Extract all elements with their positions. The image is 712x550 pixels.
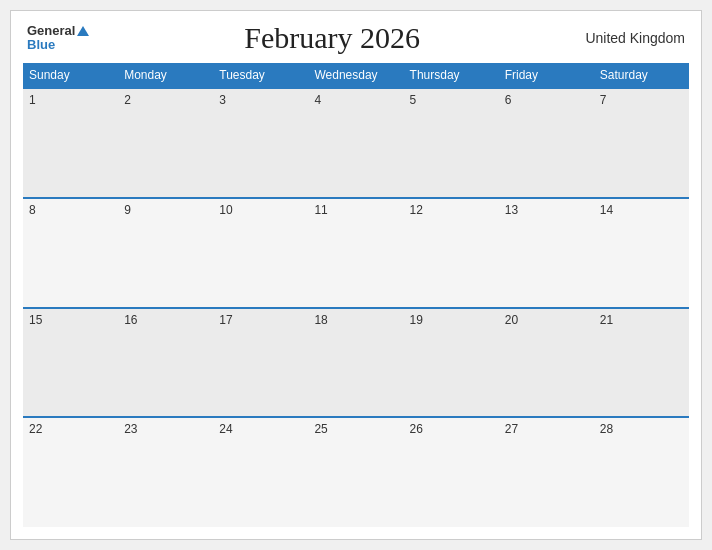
day-number: 16 [124, 313, 137, 327]
day-number: 10 [219, 203, 232, 217]
day-number: 3 [219, 93, 226, 107]
day-number: 14 [600, 203, 613, 217]
header-wednesday: Wednesday [308, 63, 403, 88]
calendar-day-cell: 19 [404, 308, 499, 418]
weekday-header-row: Sunday Monday Tuesday Wednesday Thursday… [23, 63, 689, 88]
calendar-day-cell: 2 [118, 88, 213, 198]
day-number: 18 [314, 313, 327, 327]
calendar-day-cell: 28 [594, 417, 689, 527]
day-number: 6 [505, 93, 512, 107]
header-tuesday: Tuesday [213, 63, 308, 88]
header-monday: Monday [118, 63, 213, 88]
day-number: 26 [410, 422, 423, 436]
day-number: 22 [29, 422, 42, 436]
calendar-day-cell: 7 [594, 88, 689, 198]
calendar-week-row: 891011121314 [23, 198, 689, 308]
day-number: 23 [124, 422, 137, 436]
calendar-day-cell: 1 [23, 88, 118, 198]
calendar-day-cell: 9 [118, 198, 213, 308]
logo-triangle-icon [77, 26, 89, 36]
calendar-day-cell: 13 [499, 198, 594, 308]
day-number: 11 [314, 203, 327, 217]
calendar-container: General Blue February 2026 United Kingdo… [10, 10, 702, 540]
calendar-day-cell: 21 [594, 308, 689, 418]
logo-blue-text: Blue [27, 38, 89, 52]
day-number: 2 [124, 93, 131, 107]
logo-general-text: General [27, 24, 89, 38]
header-saturday: Saturday [594, 63, 689, 88]
logo: General Blue [27, 24, 89, 53]
header-thursday: Thursday [404, 63, 499, 88]
calendar-day-cell: 4 [308, 88, 403, 198]
calendar-day-cell: 27 [499, 417, 594, 527]
calendar-day-cell: 5 [404, 88, 499, 198]
calendar-day-cell: 6 [499, 88, 594, 198]
calendar-day-cell: 25 [308, 417, 403, 527]
calendar-day-cell: 17 [213, 308, 308, 418]
calendar-day-cell: 20 [499, 308, 594, 418]
month-title: February 2026 [89, 21, 575, 55]
day-number: 19 [410, 313, 423, 327]
calendar-day-cell: 23 [118, 417, 213, 527]
day-number: 25 [314, 422, 327, 436]
day-number: 8 [29, 203, 36, 217]
calendar-header: General Blue February 2026 United Kingdo… [23, 21, 689, 55]
day-number: 27 [505, 422, 518, 436]
day-number: 24 [219, 422, 232, 436]
country-label: United Kingdom [575, 30, 685, 46]
calendar-table: Sunday Monday Tuesday Wednesday Thursday… [23, 63, 689, 527]
day-number: 21 [600, 313, 613, 327]
calendar-day-cell: 26 [404, 417, 499, 527]
calendar-day-cell: 22 [23, 417, 118, 527]
calendar-day-cell: 8 [23, 198, 118, 308]
calendar-day-cell: 12 [404, 198, 499, 308]
calendar-day-cell: 3 [213, 88, 308, 198]
calendar-week-row: 22232425262728 [23, 417, 689, 527]
calendar-day-cell: 14 [594, 198, 689, 308]
day-number: 20 [505, 313, 518, 327]
calendar-day-cell: 11 [308, 198, 403, 308]
day-number: 9 [124, 203, 131, 217]
calendar-week-row: 1234567 [23, 88, 689, 198]
day-number: 12 [410, 203, 423, 217]
calendar-day-cell: 10 [213, 198, 308, 308]
calendar-day-cell: 18 [308, 308, 403, 418]
calendar-day-cell: 24 [213, 417, 308, 527]
day-number: 28 [600, 422, 613, 436]
day-number: 13 [505, 203, 518, 217]
header-friday: Friday [499, 63, 594, 88]
day-number: 4 [314, 93, 321, 107]
calendar-day-cell: 15 [23, 308, 118, 418]
day-number: 5 [410, 93, 417, 107]
day-number: 15 [29, 313, 42, 327]
day-number: 17 [219, 313, 232, 327]
header-sunday: Sunday [23, 63, 118, 88]
day-number: 7 [600, 93, 607, 107]
day-number: 1 [29, 93, 36, 107]
calendar-day-cell: 16 [118, 308, 213, 418]
calendar-week-row: 15161718192021 [23, 308, 689, 418]
